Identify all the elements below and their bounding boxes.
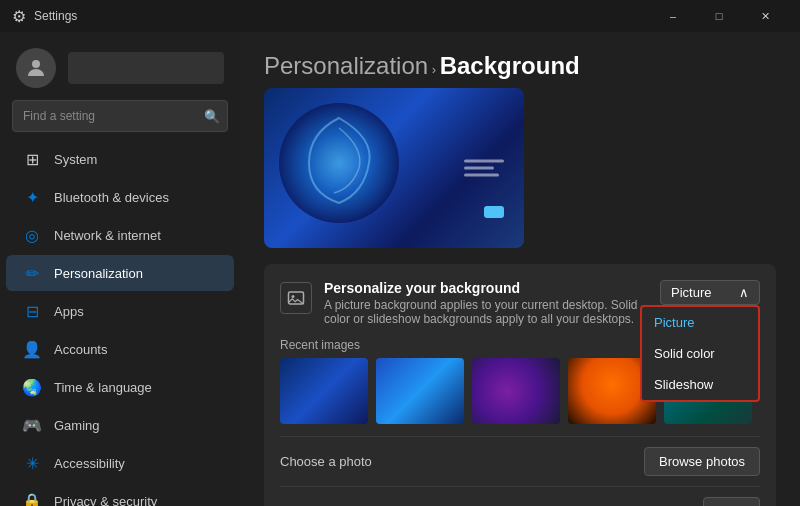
sidebar-item-accounts-label: Accounts bbox=[54, 342, 107, 357]
sidebar-item-accessibility-label: Accessibility bbox=[54, 456, 125, 471]
network-icon: ◎ bbox=[22, 225, 42, 245]
minimize-button[interactable]: – bbox=[650, 0, 696, 32]
breadcrumb-parent: Personalization bbox=[264, 52, 428, 79]
search-icon: 🔍 bbox=[204, 109, 220, 124]
dropdown-item-slideshow[interactable]: Slideshow bbox=[642, 369, 758, 400]
accounts-icon: 👤 bbox=[22, 339, 42, 359]
wallpaper-swirl bbox=[274, 98, 404, 228]
section-title: Personalize your background bbox=[324, 280, 648, 296]
background-type-dropdown: Picture ∧ Picture Solid color Slideshow bbox=[660, 280, 760, 305]
section-subtitle: A picture background applies to your cur… bbox=[324, 298, 648, 326]
background-type-button[interactable]: Picture ∧ bbox=[660, 280, 760, 305]
profile-name-bar bbox=[68, 52, 224, 84]
main-content: Personalization › Background bbox=[240, 32, 800, 506]
gaming-icon: 🎮 bbox=[22, 415, 42, 435]
recent-image-3[interactable] bbox=[472, 358, 560, 424]
app-body: 🔍 ⊞ System ✦ Bluetooth & devices ◎ Netwo… bbox=[0, 32, 800, 506]
sidebar-item-bluetooth[interactable]: ✦ Bluetooth & devices bbox=[6, 179, 234, 215]
search-input[interactable] bbox=[12, 100, 228, 132]
accessibility-icon: ✳ bbox=[22, 453, 42, 473]
monitor-line-3 bbox=[464, 174, 499, 177]
sidebar-item-time[interactable]: 🌏 Time & language bbox=[6, 369, 234, 405]
background-type-selected: Picture bbox=[671, 285, 711, 300]
choose-fit-row: Choose a fit for your desktop image Fill… bbox=[280, 486, 760, 506]
sidebar-item-system-label: System bbox=[54, 152, 97, 167]
chevron-up-icon: ∧ bbox=[739, 285, 749, 300]
sidebar-item-privacy[interactable]: 🔒 Privacy & security bbox=[6, 483, 234, 506]
fit-dropdown-button[interactable]: Fill ∨ bbox=[703, 497, 760, 506]
section-image-icon bbox=[280, 282, 312, 314]
monitor-ui-element bbox=[484, 206, 504, 218]
svg-point-0 bbox=[32, 60, 40, 68]
sidebar-item-network-label: Network & internet bbox=[54, 228, 161, 243]
time-icon: 🌏 bbox=[22, 377, 42, 397]
settings-app-icon: ⚙ bbox=[12, 7, 26, 26]
choose-photo-label: Choose a photo bbox=[280, 454, 372, 469]
choose-photo-row: Choose a photo Browse photos bbox=[280, 436, 760, 486]
personalize-section: Personalize your background A picture ba… bbox=[264, 264, 776, 506]
sidebar-item-system[interactable]: ⊞ System bbox=[6, 141, 234, 177]
bluetooth-icon: ✦ bbox=[22, 187, 42, 207]
privacy-icon: 🔒 bbox=[22, 491, 42, 506]
apps-icon: ⊟ bbox=[22, 301, 42, 321]
avatar bbox=[16, 48, 56, 88]
section-header: Personalize your background A picture ba… bbox=[280, 280, 760, 326]
title-bar: ⚙ Settings – □ ✕ bbox=[0, 0, 800, 32]
sidebar-item-bluetooth-label: Bluetooth & devices bbox=[54, 190, 169, 205]
maximize-button[interactable]: □ bbox=[696, 0, 742, 32]
dropdown-item-solid-color[interactable]: Solid color bbox=[642, 338, 758, 369]
sidebar-item-apps-label: Apps bbox=[54, 304, 84, 319]
breadcrumb-separator: › bbox=[432, 62, 440, 77]
background-type-menu: Picture Solid color Slideshow bbox=[640, 305, 760, 402]
recent-image-1[interactable] bbox=[280, 358, 368, 424]
sidebar-item-accessibility[interactable]: ✳ Accessibility bbox=[6, 445, 234, 481]
sidebar-profile bbox=[0, 32, 240, 100]
sidebar-item-gaming[interactable]: 🎮 Gaming bbox=[6, 407, 234, 443]
title-bar-title: Settings bbox=[34, 9, 77, 23]
monitor-ui-lines bbox=[464, 160, 504, 177]
sidebar-item-network[interactable]: ◎ Network & internet bbox=[6, 217, 234, 253]
sidebar-item-privacy-label: Privacy & security bbox=[54, 494, 157, 507]
sidebar-item-time-label: Time & language bbox=[54, 380, 152, 395]
breadcrumb: Personalization › Background bbox=[264, 52, 776, 80]
browse-photos-button[interactable]: Browse photos bbox=[644, 447, 760, 476]
sidebar-item-gaming-label: Gaming bbox=[54, 418, 100, 433]
svg-point-3 bbox=[292, 295, 295, 298]
personalization-icon: ✏ bbox=[22, 263, 42, 283]
sidebar-search: 🔍 bbox=[12, 100, 228, 132]
monitor-line-1 bbox=[464, 160, 504, 163]
sidebar: 🔍 ⊞ System ✦ Bluetooth & devices ◎ Netwo… bbox=[0, 32, 240, 506]
sidebar-item-personalization-label: Personalization bbox=[54, 266, 143, 281]
page-title: Background bbox=[440, 52, 580, 79]
sidebar-item-personalization[interactable]: ✏ Personalization bbox=[6, 255, 234, 291]
section-text: Personalize your background A picture ba… bbox=[324, 280, 648, 326]
close-button[interactable]: ✕ bbox=[742, 0, 788, 32]
system-icon: ⊞ bbox=[22, 149, 42, 169]
monitor-line-2 bbox=[464, 167, 494, 170]
sidebar-item-apps[interactable]: ⊟ Apps bbox=[6, 293, 234, 329]
background-preview bbox=[264, 88, 524, 248]
title-bar-controls: – □ ✕ bbox=[650, 0, 788, 32]
svg-point-1 bbox=[279, 103, 399, 223]
sidebar-item-accounts[interactable]: 👤 Accounts bbox=[6, 331, 234, 367]
title-bar-left: ⚙ Settings bbox=[12, 7, 77, 26]
recent-image-2[interactable] bbox=[376, 358, 464, 424]
dropdown-item-picture[interactable]: Picture bbox=[642, 307, 758, 338]
